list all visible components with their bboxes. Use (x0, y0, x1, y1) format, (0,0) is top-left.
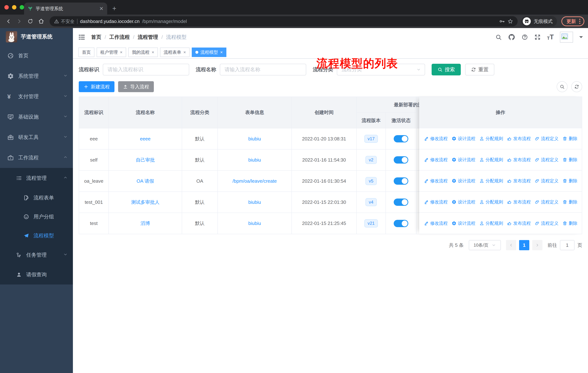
action-design-link[interactable]: 设计流程 (452, 136, 475, 141)
close-icon[interactable]: × (220, 50, 223, 55)
reset-button[interactable]: 重置 (465, 64, 494, 75)
maximize-window-button[interactable] (20, 5, 24, 10)
process-id-input[interactable] (103, 64, 189, 75)
tag-my-process[interactable]: 我的流程× (128, 48, 158, 57)
process-name-link[interactable]: eeee (140, 136, 151, 141)
active-toggle[interactable] (394, 220, 408, 227)
current-page-button[interactable]: 1 (519, 240, 529, 250)
action-delete-link[interactable]: 删除 (562, 178, 578, 184)
sidebar-item-dev-tools[interactable]: 研发工具 (0, 127, 73, 148)
action-publish-link[interactable]: 发布流程 (507, 157, 531, 163)
version-badge[interactable]: v17 (364, 135, 378, 143)
tag-home[interactable]: 首页 (78, 48, 94, 57)
sidebar-item-payment[interactable]: ¥ 支付管理 (0, 86, 73, 107)
form-info-link[interactable]: biubiu (248, 200, 261, 205)
action-assign-link[interactable]: 分配规则 (479, 178, 503, 184)
version-badge[interactable]: v5 (366, 177, 377, 185)
new-tab-button[interactable]: + (112, 5, 116, 12)
search-icon[interactable] (495, 34, 502, 40)
github-icon[interactable] (508, 33, 515, 41)
window-controls[interactable] (4, 5, 24, 10)
process-name-link[interactable]: 自己审批 (136, 157, 155, 163)
action-design-link[interactable]: 设计流程 (452, 199, 475, 205)
next-page-button[interactable] (532, 240, 542, 250)
close-icon[interactable]: × (120, 50, 123, 55)
sidebar-item-process-management[interactable]: 流程管理 (0, 168, 73, 188)
tab-close-icon[interactable]: ✕ (99, 6, 104, 12)
tag-tenant-management[interactable]: 租户管理× (97, 48, 126, 57)
bookmark-star-icon[interactable] (507, 18, 513, 24)
sidebar-item-user-group[interactable]: 用户分组 (0, 207, 73, 226)
sidebar-item-process-form[interactable]: 流程表单 (0, 188, 73, 207)
url-path[interactable]: /bpm/manager/model (142, 19, 187, 24)
version-badge[interactable]: v21 (364, 219, 378, 227)
action-design-link[interactable]: 设计流程 (452, 220, 475, 226)
sidebar-item-task-management[interactable]: 任务管理 (0, 245, 73, 265)
action-design-link[interactable]: 设计流程 (452, 178, 475, 184)
process-name-link[interactable]: 测试多审批人 (131, 200, 159, 205)
font-size-icon[interactable]: TT (547, 34, 554, 40)
page-size-select[interactable]: 10条/页 (469, 240, 501, 250)
caret-down-icon[interactable] (579, 36, 583, 40)
action-delete-link[interactable]: 删除 (562, 136, 578, 141)
chrome-update-menu-button[interactable]: 更新 (561, 16, 584, 26)
sidebar-toggle-icon[interactable] (78, 33, 85, 41)
action-definition-link[interactable]: 流程定义 (535, 220, 558, 226)
breadcrumb-home[interactable]: 首页 (91, 34, 101, 40)
sidebar-item-infrastructure[interactable]: 基础设施 (0, 107, 73, 127)
breadcrumb-workflow[interactable]: 工作流程 (109, 34, 130, 40)
import-process-button[interactable]: 导入流程 (118, 81, 154, 92)
action-definition-link[interactable]: 流程定义 (535, 199, 558, 205)
address-bar[interactable]: 不安全 dashboard.yudao.iocoder.cn/bpm/manag… (50, 16, 518, 26)
action-definition-link[interactable]: 流程定义 (535, 157, 558, 163)
process-name-link[interactable]: OA 请假 (136, 178, 154, 184)
home-button[interactable] (36, 17, 46, 26)
action-edit-link[interactable]: 修改流程 (424, 199, 448, 205)
active-toggle[interactable] (394, 199, 408, 206)
action-edit-link[interactable]: 修改流程 (424, 178, 448, 184)
sidebar-item-home[interactable]: 首页 (0, 46, 73, 66)
sidebar-item-process-model[interactable]: 流程模型 (0, 226, 73, 245)
version-badge[interactable]: v4 (366, 198, 377, 206)
action-publish-link[interactable]: 发布流程 (507, 199, 531, 205)
active-toggle[interactable] (394, 177, 408, 185)
not-secure-label[interactable]: 不安全 (54, 18, 74, 24)
form-info-link[interactable]: biubiu (248, 136, 261, 141)
refresh-table-button[interactable] (571, 81, 582, 92)
action-edit-link[interactable]: 修改流程 (424, 157, 448, 163)
forward-button[interactable] (15, 17, 24, 26)
action-publish-link[interactable]: 发布流程 (507, 136, 531, 141)
create-process-button[interactable]: 新建流程 (79, 81, 115, 92)
action-design-link[interactable]: 设计流程 (452, 157, 475, 163)
action-assign-link[interactable]: 分配规则 (479, 220, 503, 226)
sidebar-item-system[interactable]: 系统管理 (0, 66, 73, 86)
action-assign-link[interactable]: 分配规则 (479, 199, 503, 205)
action-delete-link[interactable]: 删除 (562, 220, 578, 226)
action-delete-link[interactable]: 删除 (562, 199, 578, 205)
action-publish-link[interactable]: 发布流程 (507, 220, 531, 226)
toggle-search-button[interactable] (557, 81, 567, 92)
password-key-icon[interactable] (499, 18, 505, 24)
form-info-link[interactable]: biubiu (248, 157, 261, 163)
form-info-link[interactable]: /bpm/oa/leave/create (232, 178, 277, 184)
form-info-link[interactable]: biubiu (248, 221, 261, 226)
sidebar-item-leave-query[interactable]: 请假查询 (0, 265, 73, 284)
minimize-window-button[interactable] (12, 5, 16, 10)
sidebar-item-workflow[interactable]: 工作流程 (0, 148, 73, 168)
breadcrumb-process-management[interactable]: 流程管理 (138, 34, 158, 40)
active-toggle[interactable] (394, 156, 408, 163)
help-icon[interactable] (522, 34, 528, 40)
process-name-link[interactable]: 滔博 (141, 221, 150, 226)
action-definition-link[interactable]: 流程定义 (535, 178, 558, 184)
avatar[interactable] (560, 32, 573, 43)
browser-tab[interactable]: 芋道管理系统 ✕ (24, 2, 107, 15)
action-assign-link[interactable]: 分配规则 (479, 136, 503, 141)
tag-process-form[interactable]: 流程表单× (160, 48, 189, 57)
close-icon[interactable]: × (152, 50, 154, 55)
action-publish-link[interactable]: 发布流程 (507, 178, 531, 184)
version-badge[interactable]: v2 (366, 156, 377, 164)
url-host[interactable]: dashboard.yudao.iocoder.cn (80, 19, 140, 24)
close-icon[interactable]: × (183, 50, 186, 55)
fullscreen-icon[interactable] (534, 34, 541, 40)
close-window-button[interactable] (4, 5, 9, 10)
